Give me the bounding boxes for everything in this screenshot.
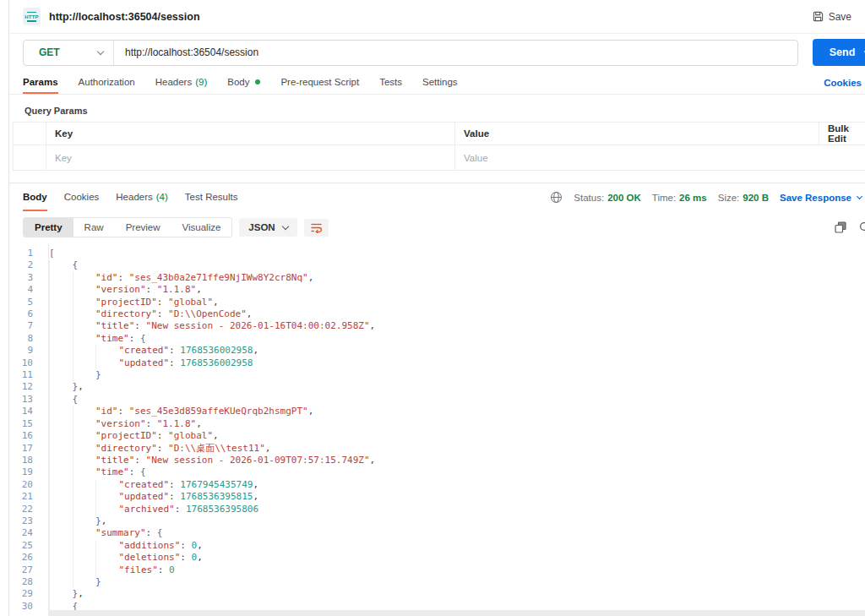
green-dot-icon — [255, 79, 260, 84]
view-pretty[interactable]: Pretty — [24, 218, 73, 237]
tab-authorization[interactable]: Authorization — [79, 71, 135, 94]
code-line: 24 "summary": { — [9, 527, 865, 539]
line-number: 3 — [9, 272, 41, 284]
tab-test-results[interactable]: Test Results — [185, 183, 238, 211]
chevron-down-icon — [97, 47, 104, 54]
param-key-input[interactable]: Key — [46, 145, 454, 170]
request-tab-title[interactable]: http://localhost:36504/session — [49, 11, 200, 23]
tab-pre-request-script[interactable]: Pre-request Script — [280, 71, 359, 94]
row-select-cell — [14, 145, 46, 170]
request-pane: HTTP http://localhost:36504/session Save… — [9, 0, 865, 616]
code-line: 4 "version": "1.1.8", — [9, 284, 865, 296]
wrap-line-icon — [310, 222, 323, 233]
save-label: Save — [829, 11, 851, 23]
response-toolbar-actions — [835, 221, 865, 233]
view-preview[interactable]: Preview — [115, 218, 171, 237]
chevron-down-icon — [857, 193, 862, 199]
line-number: 22 — [9, 504, 41, 515]
select-all-cell — [14, 123, 46, 144]
line-number: 21 — [9, 491, 41, 503]
code-line: 9 "created": 1768536002958, — [9, 345, 865, 357]
response-body-viewer[interactable]: 1[2 {3 "id": "ses_43b0a2e71ffe9NjIWw8Y2c… — [9, 243, 865, 616]
bulk-edit-button[interactable]: Bulk Edit — [819, 123, 865, 144]
code-line: 23 }, — [9, 515, 865, 527]
status-metric: Status:200 OK — [574, 193, 640, 203]
code-line: 26 "deletions": 0, — [9, 552, 865, 564]
send-button[interactable]: Send — [813, 39, 865, 66]
line-number: 29 — [9, 588, 41, 600]
response-tabs-list: BodyCookiesHeaders(4)Test Results — [23, 183, 254, 211]
query-params-table: Key Value Bulk Edit Key Value — [13, 122, 865, 171]
line-number: 1 — [9, 248, 41, 259]
response-toolbar: PrettyRawPreviewVisualize JSON — [9, 211, 865, 243]
code-line: 19 "time": { — [9, 466, 865, 478]
code-line: 2 { — [9, 259, 865, 271]
line-number: 5 — [9, 297, 41, 308]
format-select[interactable]: JSON — [239, 218, 296, 237]
method-label: GET — [39, 46, 60, 58]
param-input-row: Key Value — [14, 144, 865, 170]
line-number: 15 — [9, 418, 41, 430]
tab-body[interactable]: Body — [227, 71, 260, 94]
horizontal-scrollbar[interactable] — [49, 610, 865, 616]
code-line: 15 "version": "1.1.8", — [9, 418, 865, 430]
line-number: 12 — [9, 381, 41, 393]
copy-button[interactable] — [835, 221, 846, 233]
view-switcher: PrettyRawPreviewVisualize — [23, 217, 232, 237]
code-line: 5 "projectID": "global", — [9, 297, 865, 308]
line-number: 20 — [9, 479, 41, 491]
param-value-input[interactable]: Value — [454, 145, 819, 170]
url-input[interactable]: http://localhost:36504/session — [114, 46, 797, 58]
line-number: 17 — [9, 443, 41, 455]
tab-settings[interactable]: Settings — [422, 71, 458, 94]
line-number: 11 — [9, 369, 41, 381]
code-line: 17 "directory": "D:\\桌面\\test11", — [9, 443, 865, 455]
tab-headers[interactable]: Headers(4) — [116, 183, 168, 211]
app-root: HTTP http://localhost:36504/session Save… — [0, 0, 865, 616]
size-value: 920 B — [743, 193, 769, 203]
code-lines: 1[2 {3 "id": "ses_43b0a2e71ffe9NjIWw8Y2c… — [9, 248, 865, 613]
tab-params[interactable]: Params — [23, 71, 58, 94]
code-line: 11 } — [9, 369, 865, 381]
request-tabs-list: ParamsAuthorizationHeaders(9)BodyPre-req… — [23, 71, 478, 94]
code-line: 8 "time": { — [9, 333, 865, 345]
gutter-divider — [48, 243, 49, 616]
line-number: 24 — [9, 527, 41, 539]
response-section: BodyCookiesHeaders(4)Test Results Status… — [9, 183, 865, 616]
request-url-row: GET http://localhost:36504/session Send — [9, 34, 865, 71]
save-button[interactable]: Save — [813, 11, 851, 23]
tab-cookies[interactable]: Cookies — [64, 183, 100, 211]
copy-icon — [835, 221, 846, 233]
view-raw[interactable]: Raw — [73, 218, 115, 237]
method-select[interactable]: GET — [24, 41, 113, 65]
line-number: 4 — [9, 284, 41, 296]
code-line: 13 { — [9, 394, 865, 406]
code-line: 12 }, — [9, 381, 865, 393]
code-line: 10 "updated": 1768536002958 — [9, 357, 865, 369]
chevron-down-icon — [281, 222, 288, 229]
line-number: 18 — [9, 455, 41, 466]
line-number: 9 — [9, 345, 41, 357]
code-line: 27 "files": 0 — [9, 564, 865, 576]
code-line: 1[ — [9, 248, 865, 259]
code-line: 21 "updated": 1768536395815, — [9, 491, 865, 503]
line-number: 14 — [9, 406, 41, 417]
view-visualize[interactable]: Visualize — [171, 218, 232, 237]
code-line: 16 "projectID": "global", — [9, 430, 865, 442]
code-line: 7 "title": "New session - 2026-01-16T04:… — [9, 320, 865, 332]
cookies-link[interactable]: Cookies — [824, 78, 862, 88]
line-number: 30 — [9, 601, 41, 613]
table-header-row: Key Value Bulk Edit — [14, 123, 865, 144]
status-value: 200 OK — [607, 193, 641, 203]
line-number: 13 — [9, 394, 41, 406]
time-value: 26 ms — [679, 193, 707, 203]
globe-icon[interactable] — [550, 191, 563, 204]
save-response-button[interactable]: Save Response — [780, 193, 862, 203]
wrap-line-button[interactable] — [304, 219, 329, 237]
search-button[interactable] — [859, 221, 865, 233]
tab-tests[interactable]: Tests — [379, 71, 402, 94]
tab-headers[interactable]: Headers(9) — [155, 71, 208, 94]
tab-body[interactable]: Body — [23, 183, 47, 211]
request-tabs-strip: ParamsAuthorizationHeaders(9)BodyPre-req… — [9, 71, 865, 95]
code-line: 28 } — [9, 576, 865, 588]
